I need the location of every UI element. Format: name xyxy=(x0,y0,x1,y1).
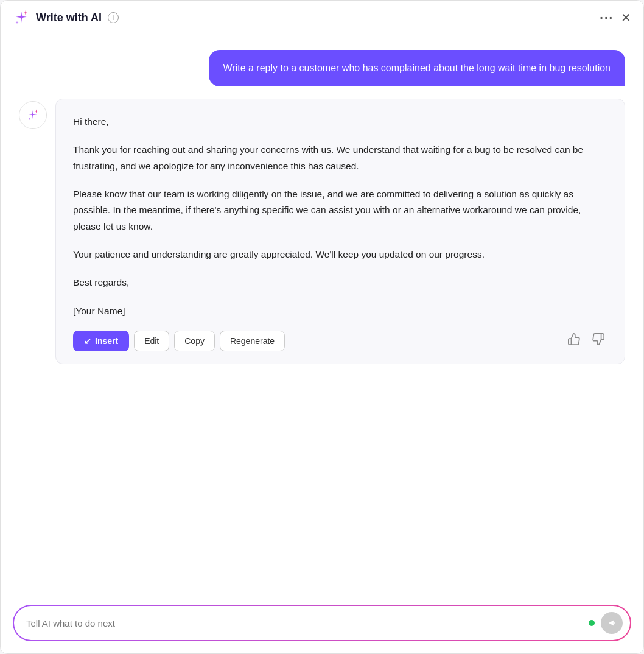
header-left: Write with AI i xyxy=(13,9,119,26)
info-icon[interactable]: i xyxy=(108,12,119,23)
status-dot xyxy=(589,620,595,626)
chat-content: Write a reply to a customer who has comp… xyxy=(1,35,643,596)
ai-response-card: Hi there, Thank you for reaching out and… xyxy=(55,99,625,364)
thumbs-up-button[interactable] xyxy=(565,330,583,351)
send-button[interactable] xyxy=(601,612,623,634)
thumbs-down-button[interactable] xyxy=(589,330,607,351)
response-paragraph3: Your patience and understanding are grea… xyxy=(73,247,607,262)
ai-response-container: Hi there, Thank you for reaching out and… xyxy=(19,99,625,364)
header-title: Write with AI xyxy=(36,12,102,24)
response-closing: Best regards, xyxy=(73,275,607,290)
edit-button[interactable]: Edit xyxy=(134,331,169,351)
ai-avatar xyxy=(19,101,47,129)
response-greeting: Hi there, xyxy=(73,114,607,130)
response-paragraph1: Thank you for reaching out and sharing y… xyxy=(73,142,607,174)
insert-icon: ↙ xyxy=(84,336,91,346)
response-signature: [Your Name] xyxy=(73,303,607,319)
edit-label: Edit xyxy=(144,336,159,346)
insert-button[interactable]: ↙ Insert xyxy=(73,331,129,351)
user-message-bubble: Write a reply to a customer who has comp… xyxy=(209,50,626,86)
close-button[interactable]: ✕ xyxy=(621,10,631,25)
sparkle-icon xyxy=(13,9,30,26)
action-buttons-left: ↙ Insert Edit Copy Regenerate xyxy=(73,331,285,351)
ai-response-text: Hi there, Thank you for reaching out and… xyxy=(73,114,607,319)
action-bar: ↙ Insert Edit Copy Regenerate xyxy=(73,330,607,351)
footer xyxy=(1,596,643,653)
user-message-container: Write a reply to a customer who has comp… xyxy=(19,50,625,86)
action-buttons-right xyxy=(565,330,607,351)
header-right: ··· ✕ xyxy=(600,10,631,25)
more-options-button[interactable]: ··· xyxy=(600,11,614,25)
app-window: Write with AI i ··· ✕ Write a reply to a… xyxy=(0,0,644,654)
ai-input[interactable] xyxy=(26,618,583,628)
ai-input-container xyxy=(13,605,631,641)
copy-label: Copy xyxy=(184,336,205,346)
regenerate-button[interactable]: Regenerate xyxy=(220,331,285,351)
regenerate-label: Regenerate xyxy=(230,336,275,346)
copy-button[interactable]: Copy xyxy=(174,331,215,351)
header: Write with AI i ··· ✕ xyxy=(1,1,643,35)
response-paragraph2: Please know that our team is working dil… xyxy=(73,186,607,234)
user-message-text: Write a reply to a customer who has comp… xyxy=(223,63,611,73)
insert-label: Insert xyxy=(95,336,118,346)
